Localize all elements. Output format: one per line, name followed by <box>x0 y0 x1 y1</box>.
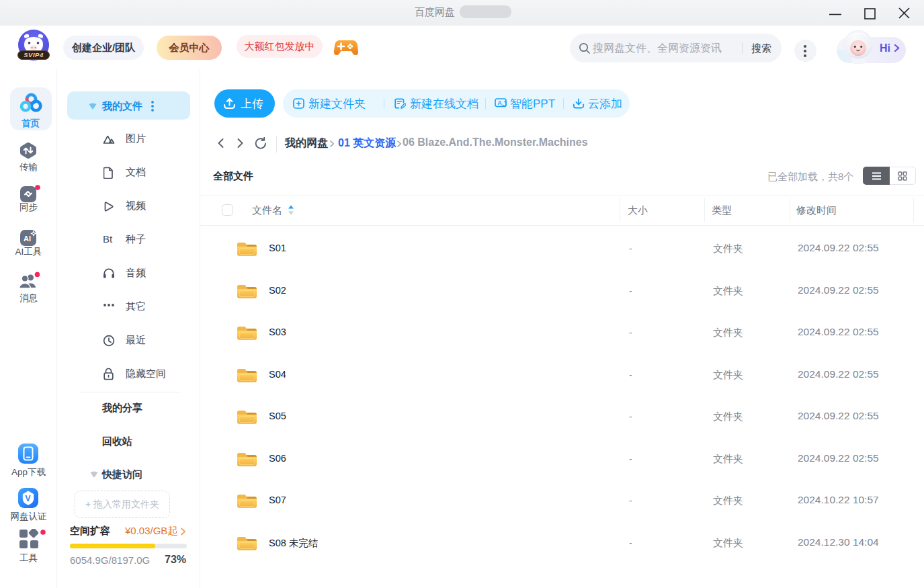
svg-text:V: V <box>26 494 31 503</box>
svg-text:AI: AI <box>24 235 31 243</box>
svg-text:A: A <box>498 99 502 106</box>
